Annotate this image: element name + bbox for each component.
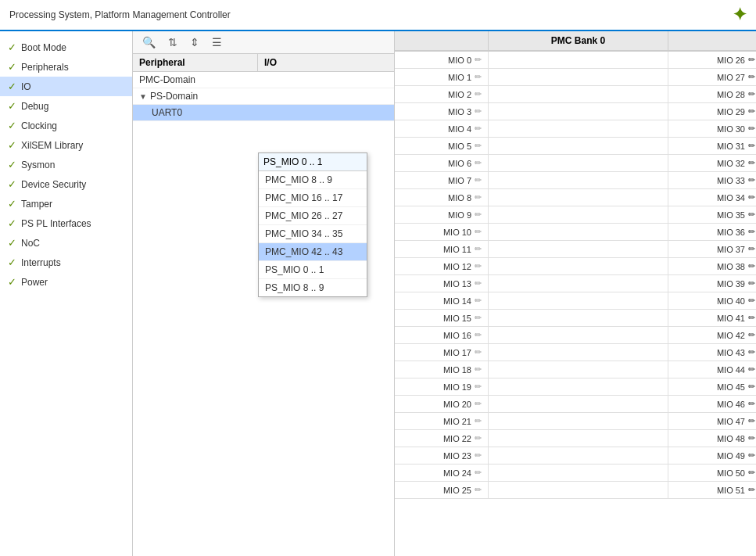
mio-left-cell-18 — [489, 361, 668, 378]
mio-row-10: MIO 10✏MIO 36✏ — [395, 224, 756, 241]
list-button[interactable]: ☰ — [209, 34, 225, 50]
mio-right-label-24: MIO 50✏ — [668, 465, 756, 482]
edit-icon-left-5[interactable]: ✏ — [475, 141, 482, 151]
collapse-button[interactable]: ⇕ — [187, 34, 202, 50]
dropdown-option-ps-mio-8-9[interactable]: PS_MIO 8 .. 9 — [259, 279, 367, 296]
check-icon-clocking: ✓ — [8, 120, 16, 131]
sidebar-item-power[interactable]: ✓ Power — [0, 272, 132, 292]
edit-icon-right-24[interactable]: ✏ — [748, 468, 755, 478]
edit-icon-right-18[interactable]: ✏ — [748, 364, 755, 375]
edit-icon-left-24[interactable]: ✏ — [475, 468, 482, 478]
sidebar-item-clocking[interactable]: ✓ Clocking — [0, 116, 132, 135]
dropdown-option-pmc-mio-16-17[interactable]: PMC_MIO 16 .. 17 — [259, 189, 367, 207]
edit-icon-right-21[interactable]: ✏ — [748, 416, 755, 426]
edit-icon-left-12[interactable]: ✏ — [475, 261, 482, 271]
edit-icon-left-18[interactable]: ✏ — [475, 364, 482, 375]
edit-icon-left-3[interactable]: ✏ — [475, 106, 482, 117]
edit-icon-left-23[interactable]: ✏ — [475, 450, 482, 461]
sidebar-item-debug[interactable]: ✓ Debug — [0, 96, 132, 116]
edit-icon-left-13[interactable]: ✏ — [475, 278, 482, 289]
mio-right-label-25: MIO 51✏ — [668, 482, 756, 499]
mio-left-cell-2 — [489, 86, 668, 103]
col-peripheral-header: Peripheral — [133, 54, 258, 71]
edit-icon-right-12[interactable]: ✏ — [748, 261, 755, 271]
edit-icon-right-7[interactable]: ✏ — [748, 175, 755, 185]
edit-icon-left-1[interactable]: ✏ — [475, 72, 482, 82]
mio-left-label-17: MIO 17✏ — [395, 344, 489, 361]
edit-icon-right-17[interactable]: ✏ — [748, 347, 755, 357]
edit-icon-left-8[interactable]: ✏ — [475, 192, 482, 203]
mio-left-label-1: MIO 1✏ — [395, 69, 489, 86]
edit-icon-left-21[interactable]: ✏ — [475, 416, 482, 426]
filter-button[interactable]: ⇅ — [165, 34, 181, 50]
edit-icon-right-14[interactable]: ✏ — [748, 296, 755, 306]
edit-icon-right-5[interactable]: ✏ — [748, 141, 755, 151]
edit-icon-right-23[interactable]: ✏ — [748, 450, 755, 461]
tree-item-uart0[interactable]: UART0 — [133, 105, 394, 121]
sidebar-item-device-security[interactable]: ✓ Device Security — [0, 174, 132, 194]
tree-item-ps-domain[interactable]: ▼ PS-Domain — [133, 88, 394, 105]
sidebar-item-peripherals[interactable]: ✓ Peripherals — [0, 57, 132, 77]
sidebar-item-io[interactable]: ✓ IO — [0, 77, 132, 96]
dropdown-option-pmc-mio-34-35[interactable]: PMC_MIO 34 .. 35 — [259, 225, 367, 243]
mio-left-cell-1 — [489, 69, 668, 86]
tree-item-pmc-domain[interactable]: PMC-Domain — [133, 72, 394, 88]
edit-icon-left-19[interactable]: ✏ — [475, 382, 482, 392]
edit-icon-right-13[interactable]: ✏ — [748, 278, 755, 289]
edit-icon-left-6[interactable]: ✏ — [475, 158, 482, 168]
mio-right-label-2: MIO 28✏ — [668, 86, 756, 103]
edit-icon-right-0[interactable]: ✏ — [748, 55, 755, 65]
edit-icon-left-20[interactable]: ✏ — [475, 399, 482, 409]
check-icon-peripherals: ✓ — [8, 61, 16, 73]
sidebar-item-xilsem[interactable]: ✓ XilSEM Library — [0, 135, 132, 155]
mio-left-cell-25 — [489, 482, 668, 499]
sidebar-item-boot-mode[interactable]: ✓ Boot Mode — [0, 38, 132, 57]
edit-icon-left-9[interactable]: ✏ — [475, 210, 482, 220]
edit-icon-right-6[interactable]: ✏ — [748, 158, 755, 168]
sidebar-item-sysmon[interactable]: ✓ Sysmon — [0, 155, 132, 174]
edit-icon-left-10[interactable]: ✏ — [475, 227, 482, 237]
edit-icon-right-16[interactable]: ✏ — [748, 330, 755, 340]
edit-icon-right-22[interactable]: ✏ — [748, 433, 755, 443]
io-dropdown[interactable]: PS_MIO 0 .. 1 PMC_MIO 8 .. 9PMC_MIO 16 .… — [258, 152, 367, 297]
dropdown-option-pmc-mio-42-43[interactable]: PMC_MIO 42 .. 43 — [259, 243, 367, 261]
edit-icon-left-0[interactable]: ✏ — [475, 55, 482, 65]
dropdown-option-pmc-mio-8-9[interactable]: PMC_MIO 8 .. 9 — [259, 171, 367, 189]
dropdown-option-ps-mio-0-1[interactable]: PS_MIO 0 .. 1 — [259, 261, 367, 279]
sidebar-item-interrupts[interactable]: ✓ Interrupts — [0, 253, 132, 272]
sidebar-item-noc[interactable]: ✓ NoC — [0, 233, 132, 253]
edit-icon-left-11[interactable]: ✏ — [475, 244, 482, 254]
search-button[interactable]: 🔍 — [139, 34, 159, 50]
edit-icon-left-17[interactable]: ✏ — [475, 347, 482, 357]
mio-right-label-14: MIO 40✏ — [668, 292, 756, 310]
edit-icon-right-10[interactable]: ✏ — [748, 227, 755, 237]
dropdown-selected[interactable]: PS_MIO 0 .. 1 — [259, 153, 367, 171]
edit-icon-left-25[interactable]: ✏ — [475, 485, 482, 495]
edit-icon-right-15[interactable]: ✏ — [748, 313, 755, 323]
edit-icon-right-20[interactable]: ✏ — [748, 399, 755, 409]
mio-row-2: MIO 2✏MIO 28✏ — [395, 86, 756, 103]
mio-right-label-12: MIO 38✏ — [668, 258, 756, 275]
sidebar-item-tamper[interactable]: ✓ Tamper — [0, 194, 132, 213]
edit-icon-right-19[interactable]: ✏ — [748, 382, 755, 392]
edit-icon-left-22[interactable]: ✏ — [475, 433, 482, 443]
edit-icon-right-2[interactable]: ✏ — [748, 89, 755, 99]
edit-icon-left-4[interactable]: ✏ — [475, 124, 482, 134]
edit-icon-right-8[interactable]: ✏ — [748, 192, 755, 203]
mio-right-label-9: MIO 35✏ — [668, 206, 756, 224]
edit-icon-right-1[interactable]: ✏ — [748, 72, 755, 82]
edit-icon-right-25[interactable]: ✏ — [748, 485, 755, 495]
mio-right-label-20: MIO 46✏ — [668, 396, 756, 413]
edit-icon-right-9[interactable]: ✏ — [748, 210, 755, 220]
edit-icon-left-16[interactable]: ✏ — [475, 330, 482, 340]
edit-icon-right-4[interactable]: ✏ — [748, 124, 755, 134]
edit-icon-left-2[interactable]: ✏ — [475, 89, 482, 99]
edit-icon-left-15[interactable]: ✏ — [475, 313, 482, 323]
sidebar-label-power: Power — [21, 277, 48, 288]
edit-icon-right-3[interactable]: ✏ — [748, 106, 755, 117]
dropdown-option-pmc-mio-26-27[interactable]: PMC_MIO 26 .. 27 — [259, 207, 367, 225]
edit-icon-left-7[interactable]: ✏ — [475, 175, 482, 185]
edit-icon-left-14[interactable]: ✏ — [475, 296, 482, 306]
edit-icon-right-11[interactable]: ✏ — [748, 244, 755, 254]
sidebar-item-ps-pl[interactable]: ✓ PS PL Interfaces — [0, 213, 132, 233]
